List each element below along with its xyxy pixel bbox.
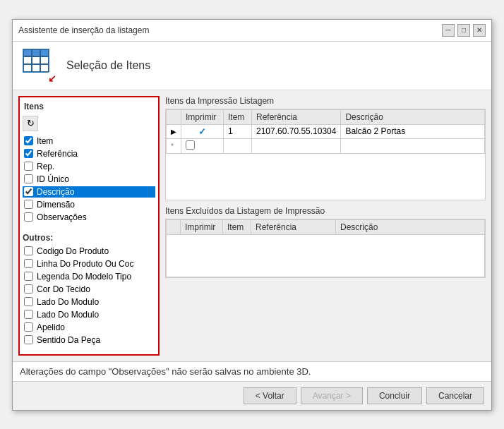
checkbox-item-label: Item	[37, 136, 53, 146]
refresh-button[interactable]: ↻	[23, 116, 38, 131]
checkbox-dimensao-label: Dimensão	[37, 200, 75, 210]
checkbox-referencia-label: Referência	[37, 149, 78, 159]
excl-col-selector-header	[167, 219, 181, 234]
checkbox-codigo-produto-label: Codigo Do Produto	[37, 246, 109, 256]
window-title: Assistente de inserção da listagem	[18, 25, 149, 35]
new-row-checkbox[interactable]	[186, 140, 195, 150]
checkbox-id-unico-label: ID Único	[37, 174, 69, 184]
row-descricao: Balcão 2 Portas	[341, 124, 485, 138]
main-window: Assistente de inserção da listagem ─ □ ✕…	[12, 19, 492, 411]
new-row-selector: *	[167, 138, 181, 153]
checkbox-lado-modulo2[interactable]: Lado Do Modulo	[23, 309, 155, 320]
col-imprimir-header: Imprimir	[181, 109, 224, 124]
excluded-empty-row	[167, 234, 485, 277]
row-referencia: 2107.60.70.55.10304	[252, 124, 341, 138]
arrow-icon: ↙	[45, 71, 59, 85]
checkbox-id-unico[interactable]: ID Único	[23, 174, 155, 185]
checkbox-legenda-label: Legenda Do Modelo Tipo	[37, 272, 131, 282]
title-controls: ─ □ ✕	[442, 24, 486, 37]
checkbox-item-input[interactable]	[24, 136, 33, 145]
row-selector: ▶	[167, 124, 181, 138]
checkbox-descricao[interactable]: Descrição	[23, 186, 155, 198]
excluded-table: Imprimir Item Referência Descrição	[166, 219, 485, 277]
excluded-section-title: Itens Excluídos da Listagem de Impressão	[165, 206, 486, 216]
checkbox-referencia-input[interactable]	[24, 149, 33, 158]
table-new-row[interactable]: *	[167, 138, 485, 153]
new-row-item	[224, 138, 252, 153]
checkbox-descricao-label: Descrição	[37, 187, 74, 197]
col-descricao-header: Descrição	[341, 109, 485, 124]
col-referencia-header: Referência	[252, 109, 341, 124]
checkbox-sentido-peca-label: Sentido Da Peça	[37, 335, 100, 345]
col-item-header: Item	[224, 109, 252, 124]
checkbox-apelido-input[interactable]	[24, 322, 33, 332]
checkbox-linha-produto-label: Linha Do Produto Ou Coc	[37, 259, 133, 269]
checkbox-linha-produto-input[interactable]	[24, 259, 33, 268]
checkbox-referencia[interactable]: Referência	[23, 148, 155, 159]
checkbox-linha-produto[interactable]: Linha Do Produto Ou Coc	[23, 258, 155, 270]
col-selector-header	[167, 109, 181, 124]
minimize-button[interactable]: ─	[442, 24, 455, 37]
excl-col-imprimir-header: Imprimir	[181, 219, 223, 234]
row-imprimir[interactable]: ✓	[181, 124, 224, 138]
checkbox-rep[interactable]: Rep.	[23, 161, 155, 172]
new-row-imprimir[interactable]	[181, 138, 224, 153]
maximize-button[interactable]: □	[457, 24, 470, 37]
print-section-title: Itens da Impressão Listagem	[165, 96, 486, 106]
checkbox-lado-modulo1-input[interactable]	[24, 297, 33, 306]
checkbox-lado-modulo2-input[interactable]	[24, 310, 33, 319]
checkbox-lado-modulo1[interactable]: Lado Do Modulo	[23, 296, 155, 308]
checkbox-apelido[interactable]: Apelido	[23, 322, 155, 333]
checkbox-observacoes-input[interactable]	[24, 212, 33, 222]
checkbox-observacoes[interactable]: Observações	[23, 212, 155, 223]
checkbox-legenda-input[interactable]	[24, 272, 33, 281]
checkbox-dimensao[interactable]: Dimensão	[23, 199, 155, 210]
footer: < Voltar Avançar > Concluir Cancelar	[13, 381, 491, 410]
excl-col-descricao-header: Descrição	[336, 219, 485, 234]
checkbox-cor-tecido[interactable]: Cor Do Tecido	[23, 284, 155, 295]
excl-col-item-header: Item	[223, 219, 251, 234]
left-panel: Itens ↻ Item Referência Rep. ID Único	[18, 96, 160, 356]
checkbox-codigo-produto[interactable]: Codigo Do Produto	[23, 246, 155, 257]
header-title: Seleção de Itens	[66, 59, 150, 72]
excl-col-referencia-header: Referência	[251, 219, 336, 234]
header-area: ↙ Seleção de Itens	[13, 42, 491, 90]
checkbox-apelido-label: Apelido	[37, 322, 65, 332]
checkbox-item-item[interactable]: Item	[23, 135, 155, 147]
bottom-message-text: Alterações do campo "Observações" não se…	[20, 366, 311, 377]
checkbox-rep-input[interactable]	[24, 162, 33, 171]
checkbox-lado-modulo1-label: Lado Do Modulo	[37, 297, 99, 307]
title-bar: Assistente de inserção da listagem ─ □ ✕	[13, 20, 491, 42]
checkbox-codigo-produto-input[interactable]	[24, 246, 33, 255]
outros-label: Outros:	[23, 233, 155, 243]
items-checkbox-list: Item Referência Rep. ID Único Descrição	[23, 135, 155, 223]
checkbox-dimensao-input[interactable]	[24, 200, 33, 209]
next-button[interactable]: Avançar >	[301, 387, 363, 404]
checkbox-id-unico-input[interactable]	[24, 174, 33, 183]
bottom-message: Alterações do campo "Observações" não se…	[13, 361, 491, 381]
finish-button[interactable]: Concluir	[367, 387, 422, 404]
items-panel-title: Itens	[23, 100, 155, 113]
checkbox-sentido-peca[interactable]: Sentido Da Peça	[23, 334, 155, 346]
row-item: 1	[224, 124, 252, 138]
table-icon	[23, 49, 49, 73]
checkbox-rep-label: Rep.	[37, 162, 54, 171]
outros-checkbox-list: Codigo Do Produto Linha Do Produto Ou Co…	[23, 246, 155, 346]
print-table-container: Imprimir Item Referência Descrição ▶ ✓ 1	[165, 109, 486, 200]
checkbox-legenda[interactable]: Legenda Do Modelo Tipo	[23, 271, 155, 282]
table-row[interactable]: ▶ ✓ 1 2107.60.70.55.10304 Balcão 2 Porta…	[167, 124, 485, 138]
excluded-section: Itens Excluídos da Listagem de Impressão…	[165, 206, 486, 278]
new-row-descricao	[341, 138, 485, 153]
checkbox-cor-tecido-label: Cor Do Tecido	[37, 284, 90, 294]
print-table: Imprimir Item Referência Descrição ▶ ✓ 1	[166, 109, 485, 154]
checkbox-observacoes-label: Observações	[37, 212, 87, 222]
back-button[interactable]: < Voltar	[244, 387, 296, 404]
checkbox-sentido-peca-input[interactable]	[24, 335, 33, 344]
new-row-referencia	[252, 138, 341, 153]
close-button[interactable]: ✕	[473, 24, 486, 37]
print-section: Itens da Impressão Listagem Imprimir Ite…	[165, 96, 486, 200]
checkbox-descricao-input[interactable]	[24, 187, 33, 196]
cancel-button[interactable]: Cancelar	[426, 387, 484, 404]
checkbox-cor-tecido-input[interactable]	[24, 284, 33, 294]
main-content: Itens ↻ Item Referência Rep. ID Único	[13, 90, 491, 361]
